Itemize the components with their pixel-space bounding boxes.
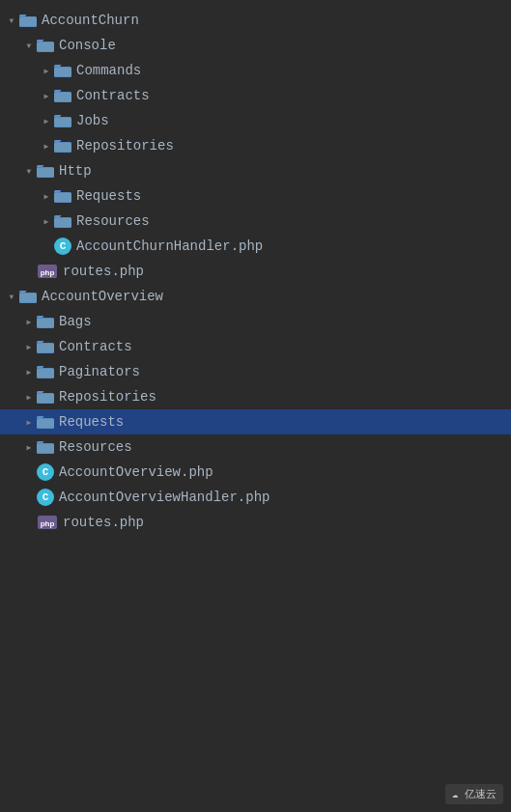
svg-rect-5	[54, 68, 71, 77]
folder-icon	[54, 139, 71, 153]
tree-item-repositories-ao[interactable]: ▶ Repositories	[0, 384, 511, 409]
folder-icon	[54, 64, 71, 77]
svg-rect-7	[54, 93, 71, 102]
tree-item-requests-ao[interactable]: ▶ Requests	[0, 409, 511, 434]
item-label: routes.php	[63, 515, 144, 530]
folder-icon	[37, 315, 54, 328]
arrow-collapsed[interactable]: ▶	[39, 63, 54, 78]
tree-item-accountchurnhandler[interactable]: CAccountChurnHandler.php	[0, 234, 511, 259]
tree-item-contracts-ac[interactable]: ▶ Contracts	[0, 83, 511, 108]
tree-item-http[interactable]: ▼ Http	[0, 158, 511, 183]
arrow-collapsed[interactable]: ▶	[21, 414, 37, 430]
folder-icon	[54, 114, 71, 127]
arrow-collapsed[interactable]: ▶	[21, 314, 37, 329]
folder-icon	[37, 39, 54, 52]
item-label: Repositories	[76, 138, 174, 154]
folder-icon	[54, 189, 71, 203]
tree-item-accountoverview-php[interactable]: CAccountOverview.php	[0, 460, 511, 485]
item-label: Bags	[59, 314, 92, 329]
svg-text:php: php	[41, 268, 55, 277]
watermark-text: ☁ 亿速云	[452, 787, 497, 801]
item-label: Jobs	[76, 113, 109, 128]
tree-item-routes-ao[interactable]: php routes.php	[0, 510, 511, 535]
arrow-collapsed[interactable]: ▶	[21, 364, 37, 379]
item-label: AccountOverview.php	[59, 464, 213, 480]
arrow-collapsed[interactable]: ▶	[21, 389, 37, 405]
arrow-expanded[interactable]: ▼	[4, 289, 19, 304]
svg-rect-13	[37, 168, 54, 178]
item-label: Resources	[59, 439, 132, 455]
arrow-collapsed[interactable]: ▶	[39, 188, 54, 204]
item-label: Repositories	[59, 389, 156, 405]
item-label: AccountOverview	[42, 289, 163, 304]
arrow-collapsed[interactable]: ▶	[39, 213, 54, 229]
watermark: ☁ 亿速云	[445, 784, 503, 804]
svg-rect-31	[37, 419, 54, 429]
svg-rect-17	[54, 218, 71, 228]
folder-icon	[37, 340, 54, 353]
folder-icon	[37, 365, 54, 378]
tree-item-accountoverview[interactable]: ▼ AccountOverview	[0, 284, 511, 309]
item-label: AccountChurnHandler.php	[76, 238, 263, 254]
svg-rect-23	[37, 319, 54, 328]
item-label: AccountChurn	[42, 13, 139, 28]
folder-icon	[19, 14, 37, 27]
tree-item-requests-http[interactable]: ▶ Requests	[0, 183, 511, 209]
tree-item-bags[interactable]: ▶ Bags	[0, 309, 511, 334]
file-tree: ▼ AccountChurn▼ Console▶ Commands▶ Contr…	[0, 0, 511, 543]
tree-item-jobs[interactable]: ▶ Jobs	[0, 108, 511, 133]
tree-item-routes-ac[interactable]: php routes.php	[0, 259, 511, 284]
item-label: Paginators	[59, 364, 140, 379]
folder-icon	[54, 214, 71, 228]
svg-text:php: php	[41, 519, 55, 528]
tree-item-repositories-ac[interactable]: ▶ Repositories	[0, 133, 511, 158]
tree-item-commands[interactable]: ▶ Commands	[0, 58, 511, 83]
item-label: Commands	[76, 63, 141, 78]
item-label: Contracts	[76, 88, 150, 103]
arrow-collapsed[interactable]: ▶	[39, 88, 54, 103]
item-label: AccountOverviewHandler.php	[59, 490, 270, 505]
item-label: Console	[59, 38, 116, 53]
arrow-collapsed[interactable]: ▶	[21, 439, 37, 455]
folder-icon	[37, 415, 54, 429]
arrow-collapsed[interactable]: ▶	[39, 113, 54, 128]
folder-icon	[54, 89, 71, 102]
tree-item-accountchurn[interactable]: ▼ AccountChurn	[0, 8, 511, 33]
tree-item-contracts-ao[interactable]: ▶ Contracts	[0, 334, 511, 359]
arrow-expanded[interactable]: ▼	[21, 38, 37, 53]
svg-rect-33	[37, 444, 54, 454]
item-label: Resources	[76, 213, 150, 229]
svg-rect-25	[37, 344, 54, 353]
svg-rect-3	[37, 42, 54, 52]
tree-item-resources-ao[interactable]: ▶ Resources	[0, 434, 511, 460]
svg-rect-29	[37, 394, 54, 404]
folder-icon	[37, 440, 54, 454]
svg-rect-15	[54, 193, 71, 203]
svg-rect-1	[19, 17, 37, 27]
folder-icon	[19, 290, 37, 303]
tree-item-console[interactable]: ▼ Console	[0, 33, 511, 58]
arrow-expanded[interactable]: ▼	[4, 13, 19, 28]
tree-item-accountoverviewhandler-php[interactable]: CAccountOverviewHandler.php	[0, 485, 511, 510]
tree-item-resources-http[interactable]: ▶ Resources	[0, 209, 511, 234]
item-label: Requests	[76, 188, 141, 204]
tree-item-paginators[interactable]: ▶ Paginators	[0, 359, 511, 384]
svg-rect-9	[54, 118, 71, 127]
arrow-expanded[interactable]: ▼	[21, 163, 37, 179]
folder-icon	[37, 164, 54, 178]
folder-icon	[37, 390, 54, 404]
arrow-collapsed[interactable]: ▶	[21, 339, 37, 354]
svg-rect-27	[37, 369, 54, 378]
arrow-collapsed[interactable]: ▶	[39, 138, 54, 154]
item-label: Requests	[59, 414, 124, 430]
item-label: Contracts	[59, 339, 132, 354]
item-label: Http	[59, 163, 92, 179]
svg-rect-11	[54, 143, 71, 153]
svg-rect-21	[19, 294, 37, 303]
item-label: routes.php	[63, 264, 144, 279]
